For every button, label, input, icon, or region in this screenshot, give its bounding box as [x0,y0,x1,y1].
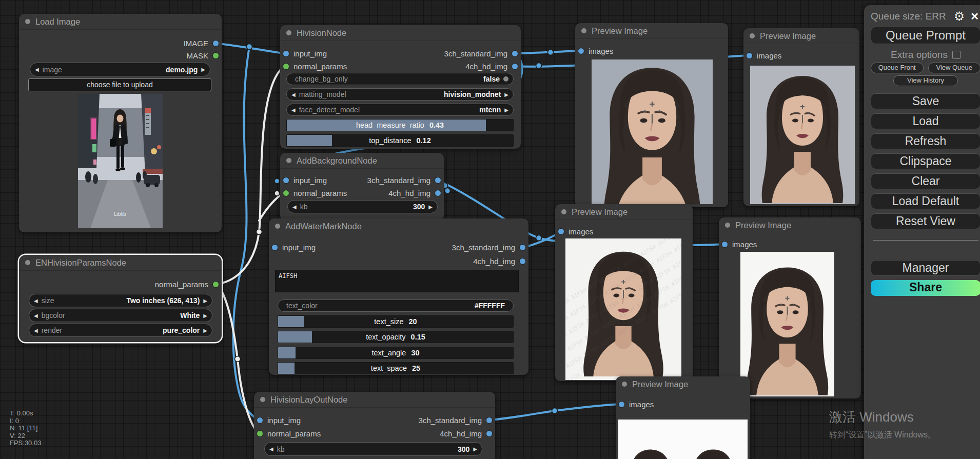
node-title-bar[interactable]: HivisionLayOutNode [254,392,495,408]
next-value-arrow-icon[interactable]: ▶ [504,92,508,97]
output-port-3ch-standard-img[interactable]: 3ch_standard_img [419,414,492,426]
port-dot-icon[interactable] [213,282,219,287]
node-graph-canvas[interactable]: Load Image IMAGE MASK ◀ image demo.jpg ▶… [0,0,980,459]
link-reroute-dot[interactable] [552,408,558,414]
output-port-4ch-hd-img[interactable]: 4ch_hd_img [440,428,492,439]
port-dot-icon[interactable] [257,431,263,436]
port-dot-icon[interactable] [272,245,278,250]
input-port-input-img[interactable]: input_img [257,414,301,426]
output-port-4ch-hd-img[interactable]: 4ch_hd_img [388,187,441,198]
image-combo-widget[interactable]: ◀ image demo.jpg ▶ [30,63,210,76]
port-dot-icon[interactable] [512,64,518,69]
decrement-arrow-icon[interactable]: ◀ [269,446,273,452]
collapse-dot-icon[interactable] [750,33,755,38]
share-button[interactable]: Share [871,280,980,296]
choose-file-button[interactable]: choose file to upload [28,78,211,91]
output-port-mask[interactable]: MASK [186,50,219,61]
node-load-image[interactable]: Load Image IMAGE MASK ◀ image demo.jpg ▶… [19,14,222,232]
node-hivision[interactable]: HivisionNode input_img normal_params 3ch… [280,25,521,149]
node-title-bar[interactable]: AddWaterMarkNode [269,218,528,234]
next-value-arrow-icon[interactable]: ▶ [203,313,207,318]
link-reroute-dot[interactable] [235,356,241,362]
collapse-dot-icon[interactable] [25,260,30,265]
node-title-bar[interactable]: Preview Image [616,376,750,392]
top-distance-slider[interactable]: top_distance0.12 [286,134,514,147]
matting-model-combo-widget[interactable]: ◀ matting_model hivision_modnet ▶ [286,88,514,101]
increment-arrow-icon[interactable]: ▶ [473,446,477,452]
watermark-text-area[interactable]: AIFSH [275,270,519,292]
port-dot-icon[interactable] [435,190,441,196]
prev-value-arrow-icon[interactable]: ◀ [34,313,38,318]
port-dot-icon[interactable] [558,229,564,234]
node-title-bar[interactable]: Preview Image [743,28,859,44]
manager-button[interactable]: Manager [871,260,980,276]
port-dot-icon[interactable] [722,242,728,247]
render-combo-widget[interactable]: ◀ render pure_color ▶ [29,324,212,337]
node-hivision-layout[interactable]: HivisionLayOutNode input_img normal_para… [254,392,495,459]
node-title-bar[interactable]: Preview Image [555,204,693,220]
link-reroute-dot[interactable] [275,191,280,196]
collapse-dot-icon[interactable] [286,158,291,163]
port-dot-icon[interactable] [578,48,584,54]
bgcolor-combo-widget[interactable]: ◀ bgcolor White ▶ [29,309,212,322]
kb-number-widget[interactable]: ◀ kb 300 ▶ [264,442,482,456]
queue-prompt-button[interactable]: Queue Prompt [871,27,980,44]
view-history-button[interactable]: View History [893,75,958,86]
load-button[interactable]: Load [871,113,980,129]
prev-value-arrow-icon[interactable]: ◀ [34,298,38,304]
extra-options-checkbox[interactable] [952,51,961,59]
settings-gear-icon[interactable]: ⚙ [954,10,965,23]
input-port-normal-params[interactable]: normal_params [283,61,347,72]
next-value-arrow-icon[interactable]: ▶ [203,328,207,333]
port-dot-icon[interactable] [283,177,289,183]
text-color-widget[interactable]: text_color #FFFFFF [278,300,514,312]
collapse-dot-icon[interactable] [725,223,730,228]
close-icon[interactable]: ✕ [969,10,980,23]
collapse-dot-icon[interactable] [581,28,586,33]
collapse-dot-icon[interactable] [286,30,291,35]
port-dot-icon[interactable] [486,417,492,423]
port-dot-icon[interactable] [283,51,289,56]
change-bg-only-toggle[interactable]: change_bg_only false [286,73,514,85]
output-port-3ch-standard-img[interactable]: 3ch_standard_img [444,48,518,59]
collapse-dot-icon[interactable] [260,397,265,402]
port-dot-icon[interactable] [435,177,441,183]
collapse-dot-icon[interactable] [25,19,30,24]
port-dot-icon[interactable] [520,258,525,264]
node-title-bar[interactable]: Preview Image [719,217,861,233]
port-dot-icon[interactable] [520,245,525,250]
collapse-dot-icon[interactable] [622,382,627,387]
kb-number-widget[interactable]: ◀ kb 300 ▶ [287,200,438,213]
input-port-images[interactable]: images [747,50,781,61]
port-dot-icon[interactable] [257,417,263,423]
node-title-bar[interactable]: HivisionNode [280,25,521,41]
input-port-normal-params[interactable]: normal_params [257,428,321,439]
port-dot-icon[interactable] [213,53,219,58]
input-port-images[interactable]: images [558,226,593,237]
node-title-bar[interactable]: Preview Image [575,23,728,39]
face-detect-model-combo-widget[interactable]: ◀ face_detect_model mtcnn ▶ [286,104,514,116]
queue-front-button[interactable]: Queue Front [871,63,924,73]
node-add-watermark[interactable]: AddWaterMarkNode input_img 3ch_standard_… [269,218,528,375]
port-dot-icon[interactable] [283,190,289,196]
toggle-dot-icon[interactable] [503,76,508,82]
load-default-button[interactable]: Load Default [871,193,980,209]
port-dot-icon[interactable] [486,431,492,436]
output-port-3ch-standard-img[interactable]: 3ch_standard_img [452,242,525,253]
prev-value-arrow-icon[interactable]: ◀ [35,67,39,72]
input-port-images[interactable]: images [578,45,613,56]
node-enhivision-params[interactable]: ENHivisionParamsNode normal_params ◀ siz… [19,255,222,342]
node-title-bar[interactable]: ENHivisionParamsNode [19,255,222,271]
input-port-normal-params[interactable]: normal_params [283,187,347,198]
node-add-background[interactable]: AddBackgroundNode input_img normal_param… [280,153,444,221]
port-dot-icon[interactable] [213,41,219,46]
input-port-input-img[interactable]: input_img [283,48,327,59]
link-reroute-dot[interactable] [536,63,542,69]
text-space-slider[interactable]: text_space25 [278,362,514,374]
output-port-4ch-hd-img[interactable]: 4ch_hd_img [465,61,518,72]
output-port-3ch-standard-img[interactable]: 3ch_standard_img [367,174,441,186]
port-dot-icon[interactable] [512,51,518,56]
node-title-bar[interactable]: AddBackgroundNode [280,153,444,169]
head-measure-ratio-slider[interactable]: head_measure_ratio0.43 [286,119,514,131]
decrement-arrow-icon[interactable]: ◀ [292,204,297,210]
